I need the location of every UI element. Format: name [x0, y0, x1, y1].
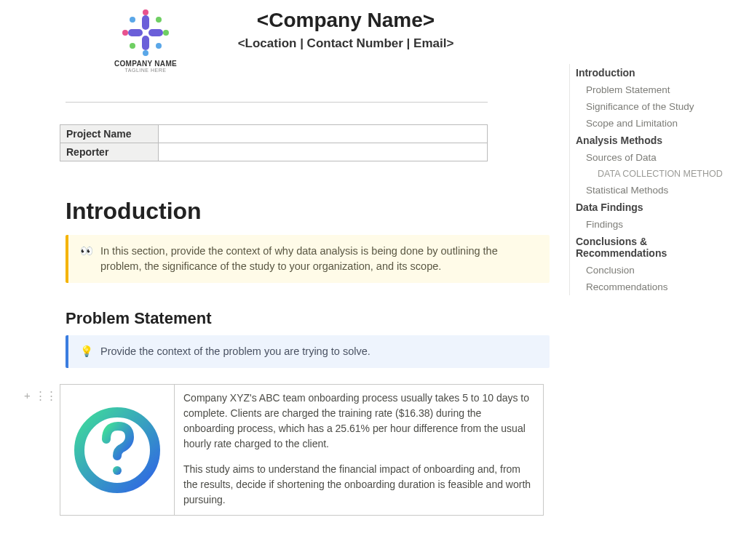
drag-handle-icon[interactable]: ⋮⋮: [35, 389, 57, 402]
company-logo: COMPANY NAME TAGLINE HERE: [95, 7, 197, 73]
page-subtitle: <Location | Contact Number | Email>: [197, 36, 495, 51]
divider: [66, 102, 488, 103]
toc-item-problem-statement[interactable]: Problem Statement: [576, 81, 737, 98]
svg-point-11: [130, 17, 135, 23]
toc-item-conclusion[interactable]: Conclusion: [576, 262, 737, 279]
problem-statement-content-block[interactable]: + ⋮⋮ Company XYZ's ABC team: [60, 384, 544, 516]
document-main: COMPANY NAME TAGLINE HERE <Company Name>…: [0, 0, 553, 560]
table-row: Reporter: [60, 143, 488, 161]
svg-point-8: [156, 17, 162, 23]
problem-statement-callout: 💡 Provide the context of the problem you…: [66, 335, 550, 368]
table-row: Project Name: [60, 125, 488, 143]
bulb-icon: 💡: [80, 344, 93, 359]
project-name-value[interactable]: [159, 125, 488, 143]
svg-point-4: [143, 9, 148, 15]
toc-item-scope[interactable]: Scope and Limitation: [576, 115, 737, 132]
problem-statement-heading: Problem Statement: [66, 309, 488, 328]
reporter-label: Reporter: [60, 143, 159, 161]
toc-item-findings[interactable]: Findings: [576, 216, 737, 233]
problem-statement-body[interactable]: Company XYZ's ABC team onboarding proces…: [175, 385, 543, 515]
table-of-contents: Introduction Problem Statement Significa…: [569, 64, 737, 295]
svg-point-10: [130, 43, 135, 49]
toc-item-introduction[interactable]: Introduction: [576, 64, 737, 81]
question-mark-icon: [74, 407, 161, 494]
toc-item-sources[interactable]: Sources of Data: [576, 149, 737, 166]
introduction-callout: 👀 In this section, provide the context o…: [66, 235, 550, 283]
svg-point-6: [143, 50, 148, 56]
svg-point-5: [163, 30, 169, 36]
add-block-button[interactable]: +: [24, 389, 31, 402]
reporter-value[interactable]: [159, 143, 488, 161]
project-info-table: Project Name Reporter: [60, 124, 488, 161]
problem-statement-callout-text: Provide the context of the problem you a…: [100, 344, 370, 359]
eyes-icon: 👀: [80, 244, 93, 274]
svg-rect-3: [128, 29, 143, 36]
problem-body-p2: This study aims to understand the financ…: [183, 462, 534, 508]
block-gutter-controls: + ⋮⋮: [24, 389, 57, 402]
svg-point-9: [156, 43, 162, 49]
toc-item-data-collection[interactable]: DATA COLLECTION METHOD: [576, 166, 737, 182]
toc-item-recommendations[interactable]: Recommendations: [576, 279, 737, 295]
introduction-callout-text: In this section, provide the context of …: [100, 244, 538, 274]
toc-item-data-findings[interactable]: Data Findings: [576, 199, 737, 216]
toc-item-significance[interactable]: Significance of the Study: [576, 98, 737, 115]
problem-body-p1: Company XYZ's ABC team onboarding proces…: [183, 391, 534, 452]
svg-point-7: [122, 30, 128, 36]
document-header: COMPANY NAME TAGLINE HERE <Company Name>…: [0, 7, 553, 73]
introduction-heading: Introduction: [66, 198, 488, 225]
project-name-label: Project Name: [60, 125, 159, 143]
svg-rect-2: [142, 36, 149, 50]
svg-rect-1: [148, 29, 163, 36]
svg-rect-0: [142, 15, 149, 30]
svg-point-13: [113, 466, 122, 475]
toc-item-analysis-methods[interactable]: Analysis Methods: [576, 132, 737, 149]
logo-mark-icon: [116, 7, 175, 58]
logo-tagline: TAGLINE HERE: [95, 68, 197, 73]
toc-item-conclusions[interactable]: Conclusions & Recommendations: [576, 233, 737, 262]
page-title: <Company Name>: [197, 9, 495, 32]
logo-name: COMPANY NAME: [95, 60, 197, 68]
question-mark-image-cell: [60, 385, 175, 515]
toc-item-statistical[interactable]: Statistical Methods: [576, 182, 737, 199]
